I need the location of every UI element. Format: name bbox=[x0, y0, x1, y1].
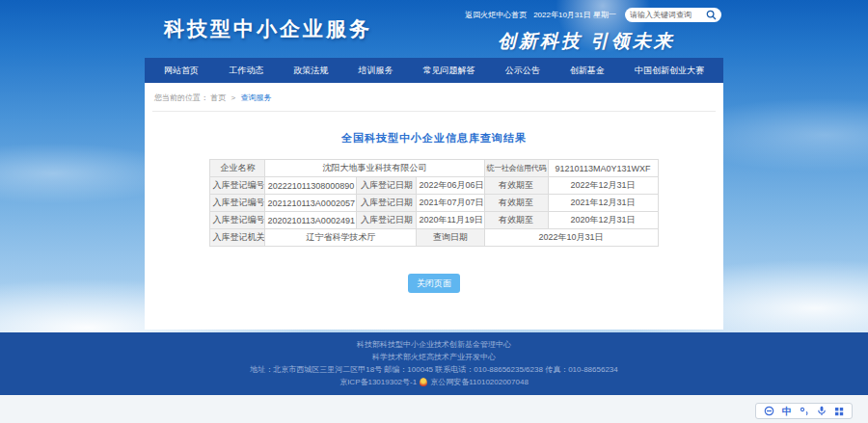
footer-record-line: 京ICP备13019302号-1京公网安备11010202007048 bbox=[0, 376, 868, 388]
field-label: 入库登记编号 bbox=[210, 177, 265, 195]
return-home-link[interactable]: 返回火炬中心首页 bbox=[465, 10, 527, 20]
current-date: 2022年10月31日 星期一 bbox=[533, 10, 616, 20]
footer-org-line2: 科学技术部火炬高技术产业开发中心 bbox=[0, 351, 868, 363]
footer-contact-line: 地址：北京市西城区三里河二区甲18号 邮编：100045 联系电话：010-88… bbox=[0, 363, 868, 376]
nav-item-work-news[interactable]: 工作动态 bbox=[229, 65, 263, 77]
field-label: 入库登记日期 bbox=[357, 177, 417, 195]
field-label: 有效期至 bbox=[484, 212, 548, 229]
breadcrumb-separator: > bbox=[231, 93, 235, 102]
field-value: 2020年12月31日 bbox=[548, 212, 658, 229]
field-value: 91210113MA0Y131WXF bbox=[548, 160, 658, 177]
field-value: 沈阳大地事业科技有限公司 bbox=[265, 160, 484, 177]
field-label: 入库登记日期 bbox=[357, 212, 417, 229]
ime-keyboard-icon[interactable] bbox=[834, 407, 844, 416]
site-title: 科技型中小企业服务 bbox=[164, 15, 372, 42]
field-label: 企业名称 bbox=[210, 160, 265, 177]
table-row: 企业名称 沈阳大地事业科技有限公司 统一社会信用代码 91210113MA0Y1… bbox=[210, 160, 658, 177]
field-label: 入库登记机关 bbox=[210, 229, 265, 247]
nav-item-innovation-fund[interactable]: 创新基金 bbox=[570, 65, 605, 77]
site-footer: 科技部科技型中小企业技术创新基金管理中心 科学技术部火炬高技术产业开发中心 地址… bbox=[0, 332, 868, 395]
field-value: 2022年10月31日 bbox=[484, 229, 658, 247]
ime-punctuation-icon[interactable] bbox=[800, 407, 809, 416]
main-nav: 网站首页 工作动态 政策法规 培训服务 常见问题解答 公示公告 创新基金 中国创… bbox=[145, 58, 723, 83]
field-value: 辽宁省科学技术厅 bbox=[265, 229, 417, 247]
close-page-button[interactable]: 关闭页面 bbox=[408, 274, 460, 293]
field-value: 2022年06月06日 bbox=[417, 177, 484, 195]
ime-logo-icon[interactable] bbox=[764, 406, 774, 416]
field-label: 入库登记编号 bbox=[210, 212, 265, 229]
header-top-bar: 返回火炬中心首页 2022年10月31日 星期一 bbox=[465, 7, 721, 22]
field-value: 202221011308000890 bbox=[265, 177, 357, 195]
field-label: 有效期至 bbox=[484, 177, 548, 195]
nav-item-training[interactable]: 培训服务 bbox=[358, 65, 393, 77]
slogan: 创新科技 引领未来 bbox=[498, 29, 675, 54]
police-badge-icon bbox=[420, 378, 427, 386]
nav-item-faq[interactable]: 常见问题解答 bbox=[423, 65, 475, 77]
content-panel: 您当前的位置： 首页 > 查询服务 全国科技型中小企业信息库查询结果 企业名称 … bbox=[145, 83, 723, 330]
field-value: 2020年11月19日 bbox=[417, 212, 484, 229]
icp-record-link[interactable]: 京ICP备13019302号-1 bbox=[339, 378, 417, 386]
nav-item-competition[interactable]: 中国创新创业大赛 bbox=[635, 65, 704, 77]
search-box[interactable] bbox=[625, 8, 721, 22]
field-value: 2021年07月07日 bbox=[417, 195, 484, 212]
ime-language-icon[interactable]: 中 bbox=[782, 407, 792, 416]
nav-item-home[interactable]: 网站首页 bbox=[164, 65, 199, 77]
ime-toolbar[interactable]: 中 bbox=[755, 403, 853, 419]
nav-item-announcements[interactable]: 公示公告 bbox=[505, 65, 540, 77]
table-row: 入库登记编号 2020210113A0002491 入库登记日期 2020年11… bbox=[210, 212, 658, 229]
breadcrumb-prefix: 您当前的位置： bbox=[154, 93, 208, 102]
table-row: 入库登记编号 202221011308000890 入库登记日期 2022年06… bbox=[210, 177, 658, 195]
field-label: 入库登记日期 bbox=[357, 195, 417, 212]
result-table: 企业名称 沈阳大地事业科技有限公司 统一社会信用代码 91210113MA0Y1… bbox=[209, 159, 658, 247]
breadcrumb: 您当前的位置： 首页 > 查询服务 bbox=[152, 83, 716, 112]
site-header: 科技型中小企业服务 返回火炬中心首页 2022年10月31日 星期一 创新科技 … bbox=[145, 0, 723, 58]
ime-mic-icon[interactable] bbox=[817, 406, 827, 416]
bottom-strip: 中 bbox=[0, 395, 868, 423]
breadcrumb-home-link[interactable]: 首页 bbox=[210, 93, 226, 102]
search-input[interactable] bbox=[630, 11, 706, 19]
field-value: 2021年12月31日 bbox=[548, 195, 658, 212]
field-label: 入库登记编号 bbox=[210, 195, 265, 212]
breadcrumb-current-link[interactable]: 查询服务 bbox=[240, 93, 271, 102]
field-label: 统一社会信用代码 bbox=[484, 160, 548, 177]
field-label: 有效期至 bbox=[484, 195, 548, 212]
nav-item-policy[interactable]: 政策法规 bbox=[293, 65, 328, 77]
field-value: 2020210113A0002491 bbox=[265, 212, 357, 229]
search-icon[interactable] bbox=[706, 10, 717, 20]
field-value: 2021210113A0002057 bbox=[265, 195, 357, 212]
result-title: 全国科技型中小企业信息库查询结果 bbox=[145, 131, 723, 145]
field-label: 查询日期 bbox=[417, 229, 484, 247]
footer-org-line1: 科技部科技型中小企业技术创新基金管理中心 bbox=[0, 338, 868, 351]
field-value: 2022年12月31日 bbox=[548, 177, 658, 195]
table-row: 入库登记机关 辽宁省科学技术厅 查询日期 2022年10月31日 bbox=[210, 229, 658, 247]
police-record-link[interactable]: 京公网安备11010202007048 bbox=[430, 378, 529, 386]
table-row: 入库登记编号 2021210113A0002057 入库登记日期 2021年07… bbox=[210, 195, 658, 212]
